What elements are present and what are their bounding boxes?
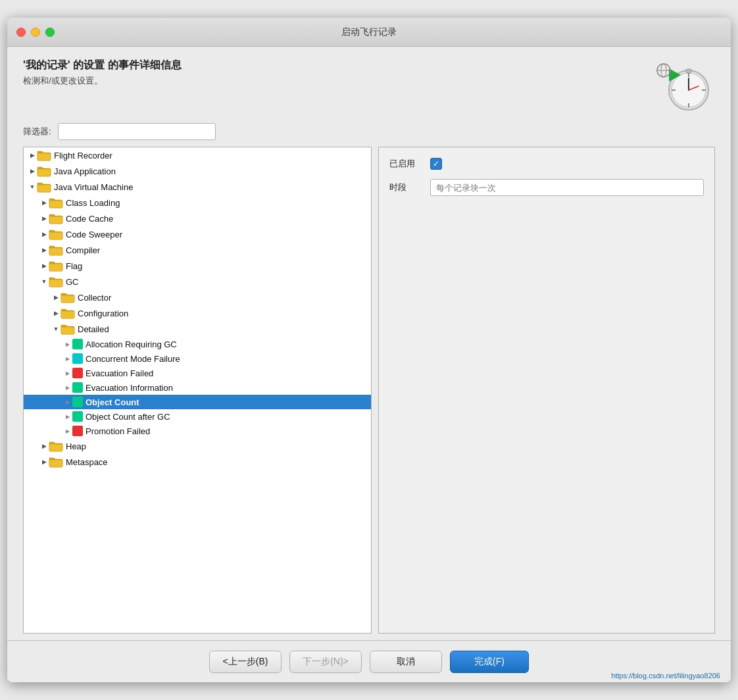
tree-arrow	[39, 261, 49, 270]
tree-item-label: Flag	[66, 261, 82, 271]
period-input[interactable]	[430, 179, 704, 196]
tree-item-flight-recorder[interactable]: Flight Recorder	[24, 147, 371, 163]
tree-item-detailed[interactable]: Detailed	[24, 321, 371, 337]
tree-item-code-cache[interactable]: Code Cache	[24, 211, 371, 226]
tree-item-label: Evacuation Failed	[86, 368, 153, 378]
tree-item-evacuation-failed[interactable]: Evacuation Failed	[24, 366, 371, 380]
tree-arrow	[63, 383, 72, 392]
tree-arrow	[63, 354, 72, 363]
close-button[interactable]	[16, 28, 26, 37]
tree-item-code-sweeper[interactable]: Code Sweeper	[24, 226, 371, 242]
tree-item-label: Java Virtual Machine	[54, 182, 133, 192]
header-text: '我的记录' 的设置 的事件详细信息 检测和/或更改设置。	[23, 59, 182, 87]
tree-arrow	[28, 182, 37, 191]
footer-link[interactable]: https://blog.csdn.net/lilingyao8206	[611, 672, 720, 680]
tree-arrow	[51, 309, 61, 318]
tree-item-label: Java Application	[54, 166, 116, 176]
tree-arrow	[63, 339, 72, 349]
tree-item-label: Compiler	[66, 245, 100, 255]
titlebar: 启动飞行记录	[7, 18, 731, 47]
page-title: '我的记录' 的设置 的事件详细信息	[23, 59, 182, 72]
svg-rect-8	[686, 69, 691, 73]
folder-icon	[49, 456, 63, 468]
tree-item-label: Code Cache	[66, 214, 113, 224]
tree-item-label: Flight Recorder	[54, 151, 112, 161]
tree-arrow	[39, 230, 49, 239]
tree-item-label: Object Count after GC	[86, 412, 170, 422]
tree-item-gc[interactable]: GC	[24, 274, 371, 289]
tree-item-concurrent-mode-failure[interactable]: Concurrent Mode Failure	[24, 351, 371, 366]
tree-item-label: Allocation Requiring GC	[86, 339, 177, 349]
folder-icon	[37, 181, 51, 193]
filter-label: 筛选器:	[23, 126, 51, 138]
page-subtitle: 检测和/或更改设置。	[23, 75, 182, 87]
event-icon	[72, 382, 83, 393]
tree-arrow	[39, 245, 49, 255]
tree-panel[interactable]: Flight RecorderJava ApplicationJava Virt…	[23, 147, 372, 634]
tree-item-label: Collector	[78, 293, 111, 303]
folder-icon	[49, 213, 63, 224]
period-row: 时段	[389, 179, 704, 196]
tree-arrow	[28, 151, 37, 160]
tree-arrow	[63, 426, 72, 436]
tree-item-label: Object Count	[86, 397, 139, 407]
tree-arrow	[39, 277, 49, 286]
main-content: Flight RecorderJava ApplicationJava Virt…	[7, 147, 731, 640]
tree-item-heap[interactable]: Heap	[24, 438, 371, 454]
maximize-button[interactable]	[45, 28, 55, 37]
event-icon	[72, 397, 83, 407]
tree-item-metaspace[interactable]: Metaspace	[24, 454, 371, 470]
folder-icon	[49, 276, 63, 288]
tree-arrow	[39, 457, 49, 466]
right-panel: 已启用 ✓ 时段	[378, 147, 715, 634]
tree-item-label: Metaspace	[66, 457, 108, 467]
folder-icon	[37, 149, 51, 161]
stopwatch-icon	[656, 59, 715, 111]
enabled-label: 已启用	[389, 158, 422, 170]
event-icon	[72, 368, 83, 378]
tree-arrow	[28, 166, 37, 176]
tree-item-promotion-failed[interactable]: Promotion Failed	[24, 424, 371, 438]
tree-item-label: Configuration	[78, 309, 128, 318]
minimize-button[interactable]	[31, 28, 40, 37]
folder-icon	[49, 228, 63, 240]
period-label: 时段	[389, 182, 422, 193]
bottom-bar: <上一步(B) 下一步(N)> 取消 完成(F) https://blog.cs…	[7, 640, 731, 682]
tree-item-java-application[interactable]: Java Application	[24, 163, 371, 179]
tree-item-configuration[interactable]: Configuration	[24, 305, 371, 321]
tree-item-flag[interactable]: Flag	[24, 258, 371, 274]
next-button[interactable]: 下一步(N)>	[289, 651, 362, 673]
tree-arrow	[51, 293, 61, 302]
tree-item-label: Class Loading	[66, 198, 120, 208]
tree-item-evacuation-information[interactable]: Evacuation Information	[24, 380, 371, 395]
tree-item-label: Concurrent Mode Failure	[86, 354, 180, 364]
enabled-checkbox[interactable]: ✓	[430, 158, 442, 170]
event-icon	[72, 353, 83, 364]
folder-icon	[37, 165, 51, 177]
filter-input[interactable]	[58, 123, 216, 140]
tree-item-class-loading[interactable]: Class Loading	[24, 195, 371, 211]
finish-button[interactable]: 完成(F)	[450, 651, 529, 673]
back-button[interactable]: <上一步(B)	[209, 651, 282, 673]
tree-item-allocation-requiring-gc[interactable]: Allocation Requiring GC	[24, 337, 371, 351]
tree-arrow	[63, 397, 72, 407]
tree-item-label: Evacuation Information	[86, 383, 173, 393]
tree-arrow	[63, 368, 72, 378]
traffic-lights	[16, 28, 55, 37]
cancel-button[interactable]: 取消	[370, 651, 442, 673]
tree-item-compiler[interactable]: Compiler	[24, 242, 371, 258]
tree-item-java-virtual-machine[interactable]: Java Virtual Machine	[24, 179, 371, 195]
window-title: 启动飞行记录	[341, 26, 397, 38]
folder-icon	[61, 291, 75, 303]
enabled-row: 已启用 ✓	[389, 158, 704, 170]
tree-item-label: Promotion Failed	[86, 426, 150, 436]
event-icon	[72, 426, 83, 436]
folder-icon	[49, 440, 63, 452]
tree-arrow	[39, 214, 49, 223]
tree-item-collector[interactable]: Collector	[24, 289, 371, 305]
main-window: 启动飞行记录 '我的记录' 的设置 的事件详细信息 检测和/或更改设置。	[7, 18, 731, 682]
folder-icon	[49, 244, 63, 256]
tree-item-object-count-after-gc[interactable]: Object Count after GC	[24, 409, 371, 424]
tree-item-object-count[interactable]: Object Count	[24, 395, 371, 409]
tree-item-label: Code Sweeper	[66, 230, 122, 239]
